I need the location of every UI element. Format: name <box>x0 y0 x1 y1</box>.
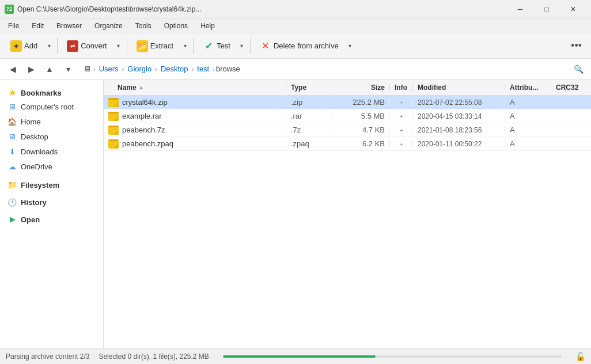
app-icon: 7Z <box>5 5 14 14</box>
menu-options[interactable]: Options <box>158 21 194 31</box>
file-modified-cell: 2021-01-08 18:23:56 <box>412 126 505 134</box>
file-name-cell: peabench.7z <box>104 126 286 135</box>
extract-label: Extract <box>150 41 173 50</box>
col-info-header: Info <box>389 84 412 92</box>
menu-help[interactable]: Help <box>195 21 221 31</box>
status-progress-bar-container <box>223 355 562 358</box>
file-type-cell: .7z <box>286 126 332 134</box>
desktop-icon: 🖥 <box>7 131 17 142</box>
menu-edit[interactable]: Edit <box>26 21 50 31</box>
col-size-header[interactable]: Size <box>332 84 389 92</box>
maximize-button[interactable]: □ <box>533 0 560 18</box>
add-dropdown[interactable]: ▾ <box>44 36 54 56</box>
convert-label: Convert <box>81 41 107 50</box>
back-button[interactable]: ◀ <box>5 61 21 77</box>
table-row[interactable]: example.rar .rar 5.5 MB + 2020-04-15 03:… <box>104 109 591 123</box>
file-rows-container: crystal64k.zip .zip 225.2 MB + 2021-07-0… <box>104 96 591 151</box>
sidebar-item-desktop[interactable]: 🖥 Desktop <box>0 129 103 144</box>
monitor-icon: 🖥 <box>7 101 17 112</box>
sidebar-item-computers-root[interactable]: 🖥 Computer's root <box>0 99 103 114</box>
search-button[interactable]: 🔍 <box>570 61 586 77</box>
filesystem-label: Filesystem <box>21 181 59 189</box>
sidebar-item-home[interactable]: 🏠 Home <box>0 114 103 129</box>
file-attrib-cell: A <box>505 112 551 120</box>
toolbar: + Add ▾ ⇄ Convert ▾ 📂 Extract ▾ ✔ Test ▾… <box>0 33 591 59</box>
col-attrib-header[interactable]: Attribu... <box>505 84 551 92</box>
file-attrib-cell: A <box>505 126 551 134</box>
table-row[interactable]: crystal64k.zip .zip 225.2 MB + 2021-07-0… <box>104 96 591 109</box>
file-type-cell: .zip <box>286 98 332 107</box>
titlebar-left: 7Z Open C:\Users\Giorgio\Desktop\test\br… <box>5 5 201 14</box>
status-lock-icon: 🔓 <box>575 352 585 361</box>
menu-organize[interactable]: Organize <box>89 21 128 31</box>
delete-button[interactable]: ✕ Delete from archive <box>254 36 344 56</box>
download-icon: ⬇ <box>7 146 17 157</box>
addressbar: ◀ ▶ ▲ ▾ 🖥 › Users › Giorgio › Desktop › … <box>0 59 591 79</box>
breadcrumb-browse: browse <box>216 65 240 73</box>
file-icon <box>108 126 119 135</box>
add-button[interactable]: + Add <box>5 36 43 56</box>
test-label: Test <box>217 41 230 50</box>
cloud-icon: ☁ <box>7 161 17 172</box>
extract-button[interactable]: 📂 Extract <box>131 36 179 56</box>
breadcrumb-giorgio[interactable]: Giorgio <box>125 63 154 74</box>
table-row[interactable]: peabench.7z .7z 4.7 KB + 2021-01-08 18:2… <box>104 123 591 137</box>
test-button[interactable]: ✔ Test <box>197 36 236 56</box>
file-type-cell: .rar <box>286 112 332 120</box>
extract-icon: 📂 <box>137 40 148 52</box>
test-dropdown[interactable]: ▾ <box>237 36 247 56</box>
sep2 <box>127 38 127 54</box>
sidebar-item-onedrive[interactable]: ☁ OneDrive <box>0 159 103 174</box>
sidebar-label-onedrive: OneDrive <box>21 162 52 171</box>
col-modified-header[interactable]: Modified <box>412 84 505 92</box>
sep1 <box>57 38 58 54</box>
breadcrumb-users[interactable]: Users <box>97 63 121 74</box>
minimize-button[interactable]: ─ <box>507 0 533 18</box>
add-label: Add <box>24 41 37 50</box>
filesystem-section: 📁 Filesystem <box>0 176 103 191</box>
status-parsing: Parsing archive content 2/3 <box>6 352 89 361</box>
sep3 <box>193 38 194 54</box>
home-icon: 🏠 <box>7 116 17 127</box>
menu-browser[interactable]: Browser <box>51 21 88 31</box>
file-modified-cell: 2021-07-02 22:55:08 <box>412 98 505 107</box>
bookmarks-header[interactable]: ★ Bookmarks <box>0 84 103 99</box>
file-info-cell: + <box>389 139 412 148</box>
extract-dropdown[interactable]: ▾ <box>180 36 190 56</box>
delete-dropdown[interactable]: ▾ <box>346 36 355 56</box>
open-label: Open <box>21 215 40 224</box>
file-attrib-cell: A <box>505 98 551 107</box>
convert-dropdown[interactable]: ▾ <box>114 36 123 56</box>
forward-button[interactable]: ▶ <box>23 61 39 77</box>
status-progress-bar <box>223 355 376 358</box>
file-modified-cell: 2020-01-11 00:50:22 <box>412 140 505 148</box>
menu-file[interactable]: File <box>2 21 25 31</box>
col-type-header[interactable]: Type <box>286 84 332 92</box>
sidebar-label-computers-root: Computer's root <box>21 103 74 111</box>
table-row[interactable]: peabench.zpaq .zpaq 6.2 KB + 2020-01-11 … <box>104 137 591 151</box>
breadcrumb-test[interactable]: test <box>195 63 211 74</box>
menubar: File Edit Browser Organize Tools Options… <box>0 18 591 33</box>
history-icon: 🕐 <box>7 197 17 207</box>
computer-icon: 🖥 <box>82 64 92 74</box>
sidebar-label-desktop: Desktop <box>21 132 48 141</box>
convert-button[interactable]: ⇄ Convert <box>61 36 113 56</box>
filesystem-header[interactable]: 📁 Filesystem <box>0 176 103 191</box>
filelist-header: Name ▲ Type Size Info Modified Attribu..… <box>104 79 591 96</box>
status-selection: Selected 0 dir(s), 1 file(s), 225.2 MB <box>99 352 209 361</box>
breadcrumb-desktop[interactable]: Desktop <box>158 63 191 74</box>
file-size-cell: 4.7 KB <box>332 126 389 134</box>
history-header[interactable]: 🕐 History <box>0 194 103 208</box>
dropdown-button[interactable]: ▾ <box>60 61 76 77</box>
up-button[interactable]: ▲ <box>41 61 58 77</box>
test-icon: ✔ <box>203 40 214 52</box>
close-button[interactable]: ✕ <box>560 0 586 18</box>
col-name-header[interactable]: Name ▲ <box>104 84 286 92</box>
open-header[interactable]: ▶ Open <box>0 211 103 226</box>
breadcrumb: 🖥 › Users › Giorgio › Desktop › test › b… <box>78 63 568 74</box>
more-button[interactable]: ••• <box>566 37 586 54</box>
sidebar-item-downloads[interactable]: ⬇ Downloads <box>0 144 103 159</box>
statusbar: Parsing archive content 2/3 Selected 0 d… <box>0 348 591 364</box>
delete-label: Delete from archive <box>274 41 339 50</box>
menu-tools[interactable]: Tools <box>130 21 157 31</box>
